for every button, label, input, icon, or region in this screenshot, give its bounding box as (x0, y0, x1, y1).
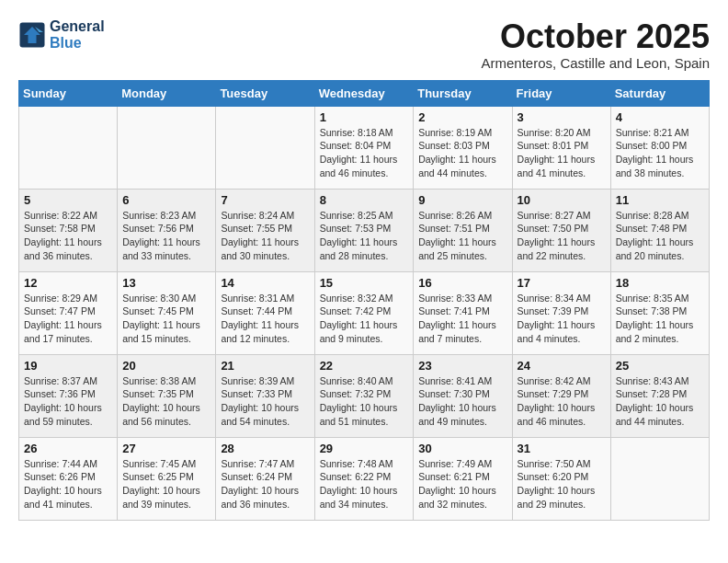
calendar-cell: 14Sunrise: 8:31 AM Sunset: 7:44 PM Dayli… (216, 271, 314, 354)
day-info: Sunrise: 8:29 AM Sunset: 7:47 PM Dayligh… (24, 292, 112, 346)
day-number: 19 (24, 359, 112, 373)
day-info: Sunrise: 7:49 AM Sunset: 6:21 PM Dayligh… (418, 457, 506, 511)
day-number: 31 (518, 442, 606, 455)
day-info: Sunrise: 8:43 AM Sunset: 7:28 PM Dayligh… (616, 374, 704, 429)
day-info: Sunrise: 8:22 AM Sunset: 7:58 PM Dayligh… (24, 209, 112, 263)
day-number: 13 (122, 276, 210, 290)
calendar-cell: 10Sunrise: 8:27 AM Sunset: 7:50 PM Dayli… (512, 189, 610, 271)
month-title: October 2025 (482, 18, 710, 55)
calendar-cell: 17Sunrise: 8:34 AM Sunset: 7:39 PM Dayli… (512, 271, 610, 354)
day-info: Sunrise: 7:48 AM Sunset: 6:22 PM Dayligh… (320, 457, 409, 511)
calendar-cell: 15Sunrise: 8:32 AM Sunset: 7:42 PM Dayli… (314, 271, 414, 354)
logo-icon (18, 21, 46, 49)
day-number: 28 (221, 442, 309, 455)
calendar-cell: 11Sunrise: 8:28 AM Sunset: 7:48 PM Dayli… (610, 189, 709, 271)
calendar-cell: 30Sunrise: 7:49 AM Sunset: 6:21 PM Dayli… (414, 437, 512, 520)
day-number: 1 (320, 110, 409, 124)
calendar-cell: 31Sunrise: 7:50 AM Sunset: 6:20 PM Dayli… (512, 437, 610, 520)
day-info: Sunrise: 8:37 AM Sunset: 7:36 PM Dayligh… (24, 374, 112, 429)
day-number: 30 (418, 442, 506, 455)
day-info: Sunrise: 8:26 AM Sunset: 7:51 PM Dayligh… (418, 209, 506, 263)
day-info: Sunrise: 8:28 AM Sunset: 7:48 PM Dayligh… (616, 209, 704, 263)
day-number: 25 (616, 359, 704, 373)
weekday-friday: Friday (512, 80, 610, 106)
calendar-cell: 6Sunrise: 8:23 AM Sunset: 7:56 PM Daylig… (118, 189, 216, 271)
day-info: Sunrise: 8:35 AM Sunset: 7:38 PM Dayligh… (616, 292, 704, 346)
day-number: 3 (518, 110, 606, 124)
location-subtitle: Armenteros, Castille and Leon, Spain (482, 55, 710, 71)
calendar-cell: 22Sunrise: 8:40 AM Sunset: 7:32 PM Dayli… (314, 354, 414, 437)
day-number: 6 (122, 193, 210, 207)
calendar-cell: 2Sunrise: 8:19 AM Sunset: 8:03 PM Daylig… (414, 106, 512, 189)
day-number: 20 (122, 359, 210, 373)
weekday-saturday: Saturday (610, 80, 709, 106)
calendar-cell: 4Sunrise: 8:21 AM Sunset: 8:00 PM Daylig… (610, 106, 709, 189)
calendar-body: 1Sunrise: 8:18 AM Sunset: 8:04 PM Daylig… (19, 106, 710, 520)
day-info: Sunrise: 8:21 AM Sunset: 8:00 PM Dayligh… (616, 126, 704, 180)
day-number: 29 (320, 442, 409, 455)
day-number: 5 (24, 193, 112, 207)
day-info: Sunrise: 8:27 AM Sunset: 7:50 PM Dayligh… (518, 209, 606, 263)
calendar-week-2: 5Sunrise: 8:22 AM Sunset: 7:58 PM Daylig… (19, 189, 710, 271)
day-number: 15 (320, 276, 409, 290)
calendar-cell: 18Sunrise: 8:35 AM Sunset: 7:38 PM Dayli… (610, 271, 709, 354)
calendar-cell (216, 106, 314, 189)
calendar-cell (610, 437, 709, 520)
day-info: Sunrise: 8:34 AM Sunset: 7:39 PM Dayligh… (518, 292, 606, 346)
weekday-sunday: Sunday (19, 80, 118, 106)
title-block: October 2025 Armenteros, Castille and Le… (482, 18, 710, 71)
day-number: 8 (320, 193, 409, 207)
day-number: 17 (518, 276, 606, 290)
day-number: 18 (616, 276, 704, 290)
calendar-cell (19, 106, 118, 189)
calendar-week-3: 12Sunrise: 8:29 AM Sunset: 7:47 PM Dayli… (19, 271, 710, 354)
day-number: 22 (320, 359, 409, 373)
day-info: Sunrise: 8:23 AM Sunset: 7:56 PM Dayligh… (122, 209, 210, 263)
calendar-cell: 25Sunrise: 8:43 AM Sunset: 7:28 PM Dayli… (610, 354, 709, 437)
calendar-cell (118, 106, 216, 189)
logo-text: General Blue (50, 18, 105, 51)
weekday-tuesday: Tuesday (216, 80, 314, 106)
day-number: 2 (418, 110, 506, 124)
day-number: 26 (24, 442, 112, 455)
logo: General Blue (18, 18, 105, 51)
day-info: Sunrise: 7:44 AM Sunset: 6:26 PM Dayligh… (24, 457, 112, 511)
calendar-cell: 9Sunrise: 8:26 AM Sunset: 7:51 PM Daylig… (414, 189, 512, 271)
calendar-cell: 3Sunrise: 8:20 AM Sunset: 8:01 PM Daylig… (512, 106, 610, 189)
day-number: 4 (616, 110, 704, 124)
day-info: Sunrise: 8:30 AM Sunset: 7:45 PM Dayligh… (122, 292, 210, 346)
day-info: Sunrise: 8:40 AM Sunset: 7:32 PM Dayligh… (320, 374, 409, 429)
day-number: 24 (518, 359, 606, 373)
calendar-cell: 23Sunrise: 8:41 AM Sunset: 7:30 PM Dayli… (414, 354, 512, 437)
calendar-cell: 5Sunrise: 8:22 AM Sunset: 7:58 PM Daylig… (19, 189, 118, 271)
day-number: 23 (418, 359, 506, 373)
day-info: Sunrise: 8:20 AM Sunset: 8:01 PM Dayligh… (518, 126, 606, 180)
day-info: Sunrise: 7:45 AM Sunset: 6:25 PM Dayligh… (122, 457, 210, 511)
day-number: 21 (221, 359, 309, 373)
calendar-week-4: 19Sunrise: 8:37 AM Sunset: 7:36 PM Dayli… (19, 354, 710, 437)
day-info: Sunrise: 8:41 AM Sunset: 7:30 PM Dayligh… (418, 374, 506, 429)
weekday-header-row: SundayMondayTuesdayWednesdayThursdayFrid… (19, 80, 710, 106)
calendar-week-1: 1Sunrise: 8:18 AM Sunset: 8:04 PM Daylig… (19, 106, 710, 189)
weekday-monday: Monday (118, 80, 216, 106)
day-info: Sunrise: 8:24 AM Sunset: 7:55 PM Dayligh… (221, 209, 309, 263)
day-info: Sunrise: 7:47 AM Sunset: 6:24 PM Dayligh… (221, 457, 309, 511)
calendar-cell: 21Sunrise: 8:39 AM Sunset: 7:33 PM Dayli… (216, 354, 314, 437)
day-number: 10 (518, 193, 606, 207)
calendar-cell: 19Sunrise: 8:37 AM Sunset: 7:36 PM Dayli… (19, 354, 118, 437)
calendar-cell: 24Sunrise: 8:42 AM Sunset: 7:29 PM Dayli… (512, 354, 610, 437)
day-number: 27 (122, 442, 210, 455)
day-number: 11 (616, 193, 704, 207)
day-info: Sunrise: 8:32 AM Sunset: 7:42 PM Dayligh… (320, 292, 409, 346)
calendar-cell: 7Sunrise: 8:24 AM Sunset: 7:55 PM Daylig… (216, 189, 314, 271)
day-info: Sunrise: 8:25 AM Sunset: 7:53 PM Dayligh… (320, 209, 409, 263)
calendar-cell: 20Sunrise: 8:38 AM Sunset: 7:35 PM Dayli… (118, 354, 216, 437)
day-number: 7 (221, 193, 309, 207)
calendar-cell: 1Sunrise: 8:18 AM Sunset: 8:04 PM Daylig… (314, 106, 414, 189)
calendar-cell: 29Sunrise: 7:48 AM Sunset: 6:22 PM Dayli… (314, 437, 414, 520)
day-number: 14 (221, 276, 309, 290)
page-header: General Blue October 2025 Armenteros, Ca… (18, 18, 710, 71)
day-info: Sunrise: 8:19 AM Sunset: 8:03 PM Dayligh… (418, 126, 506, 180)
calendar-cell: 28Sunrise: 7:47 AM Sunset: 6:24 PM Dayli… (216, 437, 314, 520)
calendar-cell: 13Sunrise: 8:30 AM Sunset: 7:45 PM Dayli… (118, 271, 216, 354)
